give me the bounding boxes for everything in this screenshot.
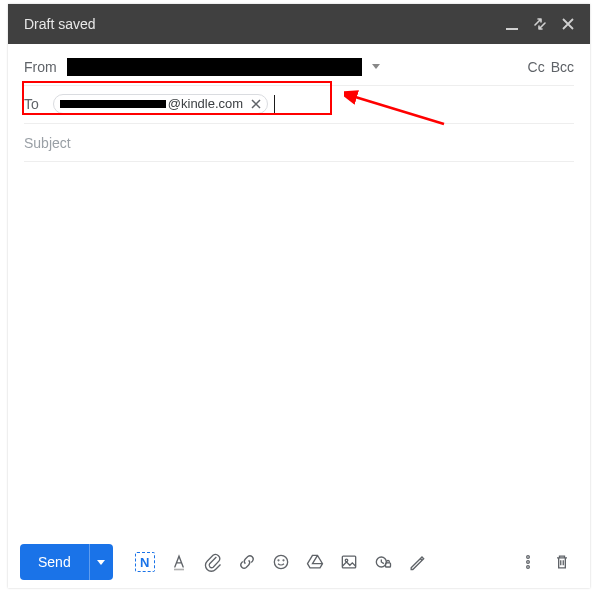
- subject-input[interactable]: [24, 125, 574, 161]
- compose-toolbar: Send N: [8, 536, 590, 588]
- cc-bcc-controls: Cc Bcc: [528, 59, 574, 75]
- titlebar: Draft saved: [8, 4, 590, 44]
- svg-rect-8: [385, 563, 390, 567]
- svg-point-4: [283, 560, 284, 561]
- minimize-icon[interactable]: [498, 10, 526, 38]
- drive-icon[interactable]: [299, 546, 331, 578]
- header-fields: From Cc Bcc To @kindle.com: [8, 44, 590, 162]
- subject-row[interactable]: [24, 124, 574, 162]
- compose-extension-icon[interactable]: N: [129, 546, 161, 578]
- emoji-icon[interactable]: [265, 546, 297, 578]
- close-icon[interactable]: [554, 10, 582, 38]
- to-label: To: [24, 96, 49, 112]
- confidential-mode-icon[interactable]: [367, 546, 399, 578]
- signature-icon[interactable]: [401, 546, 433, 578]
- svg-point-10: [527, 561, 530, 564]
- insert-photo-icon[interactable]: [333, 546, 365, 578]
- recipient-domain: @kindle.com: [168, 96, 243, 111]
- svg-rect-5: [342, 556, 355, 568]
- svg-point-3: [278, 560, 279, 561]
- chevron-down-icon[interactable]: [372, 64, 380, 69]
- window-title: Draft saved: [24, 16, 498, 32]
- svg-point-11: [527, 566, 530, 569]
- from-row[interactable]: From Cc Bcc: [24, 48, 574, 86]
- link-icon[interactable]: [231, 546, 263, 578]
- message-body[interactable]: [8, 162, 590, 536]
- more-options-icon[interactable]: [512, 546, 544, 578]
- from-address-redacted: [67, 58, 362, 76]
- send-options-button[interactable]: [89, 544, 113, 580]
- compose-window: Draft saved From Cc Bcc To @kindle.com: [8, 4, 590, 588]
- remove-recipient-icon[interactable]: [249, 97, 263, 111]
- caret-down-icon: [97, 560, 105, 565]
- fullscreen-icon[interactable]: [526, 10, 554, 38]
- from-label: From: [24, 59, 67, 75]
- svg-point-9: [527, 556, 530, 559]
- send-button-group: Send: [20, 544, 113, 580]
- discard-draft-icon[interactable]: [546, 546, 578, 578]
- n-icon: N: [135, 552, 155, 572]
- bcc-button[interactable]: Bcc: [551, 59, 574, 75]
- cc-button[interactable]: Cc: [528, 59, 545, 75]
- recipient-chip[interactable]: @kindle.com: [53, 94, 268, 114]
- attach-icon[interactable]: [197, 546, 229, 578]
- recipient-redacted: [60, 100, 166, 108]
- send-button[interactable]: Send: [20, 544, 89, 580]
- formatting-icon[interactable]: [163, 546, 195, 578]
- text-cursor: [274, 95, 275, 113]
- svg-point-2: [274, 555, 287, 568]
- to-row[interactable]: To @kindle.com: [24, 86, 574, 124]
